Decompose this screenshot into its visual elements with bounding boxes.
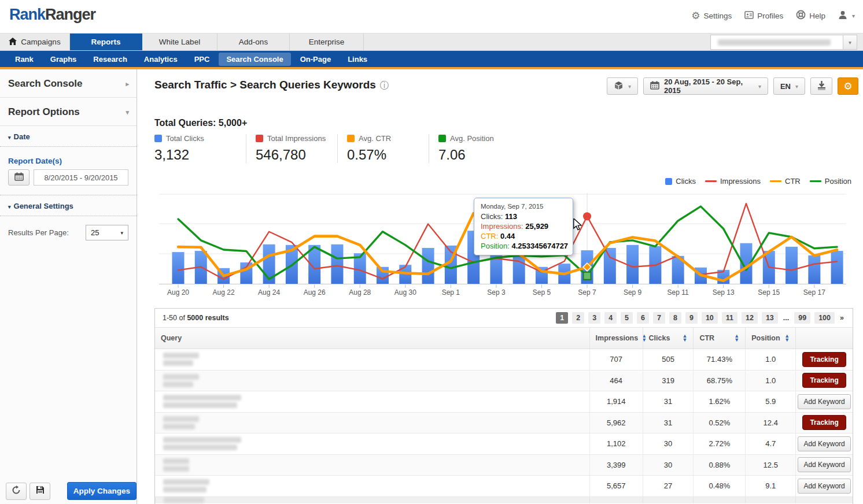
legend-clicks[interactable]: Clicks	[665, 177, 696, 186]
redacted-query-text	[163, 381, 193, 387]
results-per-page-select[interactable]: 25▾	[86, 225, 128, 240]
tab-add-ons[interactable]: Add-ons	[217, 34, 290, 50]
action-cell: Tracking	[795, 413, 853, 433]
page-button-2[interactable]: 2	[572, 312, 584, 324]
add-keyword-button[interactable]: Add Keyword	[798, 457, 850, 472]
tab-enterprise[interactable]: Enterprise	[290, 34, 364, 50]
section-header-date[interactable]: ▾Date	[0, 126, 137, 147]
page-button-10[interactable]: 10	[702, 312, 718, 324]
page-button-12[interactable]: 12	[742, 312, 758, 324]
sort-arrows-icon[interactable]: ▲▼	[679, 334, 688, 343]
action-cell: Tracking	[795, 370, 853, 391]
account-menu-item[interactable]: ▾	[838, 10, 855, 21]
sort-arrows-icon[interactable]: ▲▼	[731, 334, 739, 343]
reports-subnav: Rank Graphs Research Analytics PPC Searc…	[0, 51, 863, 67]
query-cell-redacted	[155, 433, 589, 454]
legend-position[interactable]: Position	[810, 177, 851, 186]
page-button-1[interactable]: 1	[556, 312, 568, 324]
gear-icon: ⚙	[691, 11, 700, 21]
sidebar-panel-title: Search Console	[8, 78, 83, 89]
tab-reports[interactable]: Reports	[70, 34, 142, 50]
redacted-query-text	[163, 458, 189, 464]
page-button-13[interactable]: 13	[762, 312, 778, 324]
sidebar-panel-report-options[interactable]: Report Options▾	[0, 98, 137, 126]
add-keyword-button[interactable]: Add Keyword	[798, 394, 850, 409]
profiles-menu-item[interactable]: Profiles	[744, 10, 783, 21]
page-button-11[interactable]: 11	[722, 312, 737, 324]
legend-impressions[interactable]: Impressions	[705, 177, 761, 186]
subnav-graphs[interactable]: Graphs	[43, 53, 84, 66]
subnav-research[interactable]: Research	[86, 53, 135, 66]
language-button[interactable]: EN▾	[773, 77, 805, 95]
subnav-analytics[interactable]: Analytics	[137, 53, 185, 66]
campaign-selector[interactable]: ▾	[710, 35, 857, 50]
page-button-3[interactable]: 3	[588, 312, 600, 324]
column-header-ctr[interactable]: CTR▲▼	[693, 328, 745, 349]
rankranger-logo[interactable]: RankRanger	[9, 6, 95, 24]
sort-arrows-icon[interactable]: ▲▼	[781, 334, 790, 343]
download-icon	[817, 81, 826, 92]
export-button[interactable]	[810, 77, 832, 95]
report-type-button[interactable]: ▾	[607, 77, 638, 95]
tab-white-label[interactable]: White Label	[142, 34, 217, 50]
svg-text:Aug 30: Aug 30	[394, 288, 416, 297]
clicks-legend-swatch	[665, 178, 672, 185]
section-header-general-settings[interactable]: ▾General Settings	[0, 195, 137, 216]
page-button-4[interactable]: 4	[604, 312, 617, 324]
tooltip-position-label: Position:	[481, 242, 510, 250]
svg-text:Sep 9: Sep 9	[624, 288, 642, 297]
svg-text:Sep 3: Sep 3	[487, 288, 506, 297]
sidebar-panel-search-console[interactable]: Search Console▸	[0, 69, 137, 98]
apply-changes-button[interactable]: Apply Changes	[67, 482, 137, 500]
settings-menu-item[interactable]: ⚙Settings	[691, 11, 732, 21]
refresh-button[interactable]	[6, 483, 27, 500]
date-range-button[interactable]: 20 Aug, 2015 - 20 Sep, 2015▾	[643, 77, 768, 95]
query-cell-redacted	[155, 497, 589, 503]
position-cell: 12.5	[745, 455, 795, 476]
subnav-search-console[interactable]: Search Console	[219, 53, 290, 66]
campaign-selector-caret[interactable]: ▾	[843, 35, 857, 49]
save-button[interactable]	[29, 483, 50, 500]
calendar-button[interactable]	[8, 169, 29, 186]
page-button-6[interactable]: 6	[637, 312, 649, 324]
info-icon[interactable]: ⓘ	[380, 80, 389, 90]
tracking-button[interactable]: Tracking	[802, 352, 846, 367]
position-cell: 1.0	[745, 370, 795, 391]
tracking-button[interactable]: Tracking	[802, 373, 846, 388]
tooltip-ctr-label: CTR:	[481, 232, 498, 240]
add-keyword-button[interactable]: Add Keyword	[798, 436, 850, 451]
stat-value: 0.57%	[347, 147, 422, 163]
page-button-5[interactable]: 5	[621, 312, 633, 324]
page-button-99[interactable]: 99	[794, 312, 810, 324]
column-header-position[interactable]: Position▲▼	[745, 328, 795, 349]
column-header-clicks[interactable]: Clicks▲▼	[643, 328, 694, 349]
next-pages-button[interactable]: »	[839, 312, 845, 324]
svg-text:Sep 1: Sep 1	[442, 288, 460, 297]
subnav-ppc[interactable]: PPC	[187, 53, 217, 66]
page-button-9[interactable]: 9	[685, 312, 698, 324]
clicks-cell: 30	[643, 455, 694, 476]
ctr-cell	[693, 497, 745, 503]
tracking-button[interactable]: Tracking	[802, 415, 846, 430]
impressions-cell: 5,962	[589, 413, 643, 433]
page-button-8[interactable]: 8	[669, 312, 681, 324]
report-date-range-input[interactable]: 8/20/2015 - 9/20/2015	[34, 169, 128, 186]
page-button-7[interactable]: 7	[653, 312, 665, 324]
page-button-100[interactable]: 100	[814, 312, 835, 324]
help-menu-item[interactable]: Help	[796, 10, 825, 21]
subnav-links[interactable]: Links	[340, 53, 375, 66]
impressions-cell: 3,399	[589, 455, 643, 476]
legend-ctr[interactable]: CTR	[770, 177, 801, 186]
add-keyword-button[interactable]: Add Keyword	[798, 479, 850, 494]
subnav-on-page[interactable]: On-Page	[293, 53, 338, 66]
report-dates-label: Report Date(s)	[0, 147, 137, 169]
column-header-impressions[interactable]: Impressions▲▼	[589, 328, 643, 349]
report-settings-button[interactable]: ⚙	[838, 77, 858, 95]
subnav-rank[interactable]: Rank	[8, 53, 41, 66]
clicks-cell: 27	[643, 476, 694, 496]
tab-campaigns[interactable]: Campaigns	[0, 34, 70, 50]
chevron-down-icon: ▾	[126, 109, 129, 116]
ctr-cell: 68.75%	[693, 370, 745, 391]
gear-icon: ⚙	[843, 80, 852, 92]
legend-label: CTR	[785, 177, 801, 186]
